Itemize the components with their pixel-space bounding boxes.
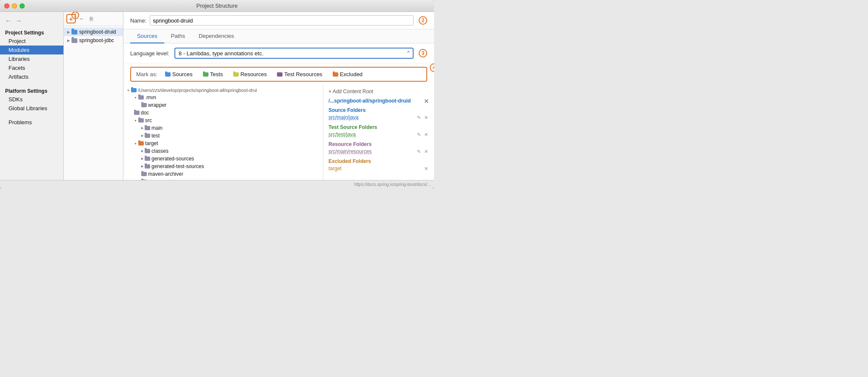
main-expand-icon[interactable]: ▶ bbox=[141, 126, 143, 130]
module-item-springboot-druid[interactable]: ▶ springboot-druid bbox=[64, 28, 123, 36]
test-folder-actions: ✎ ✕ bbox=[416, 132, 429, 137]
module-panel: + 1 − ⎘ ▶ springboot-druid ▶ bbox=[64, 12, 123, 180]
excluded-folder-row: target ✕ bbox=[328, 165, 429, 172]
source-folder-path[interactable]: src/main/java bbox=[328, 114, 359, 120]
content-root-path: /...springboot-all/springboot-druid ✕ bbox=[328, 98, 429, 104]
test-resources-folder-icon bbox=[277, 72, 283, 77]
name-label: Name: bbox=[130, 17, 146, 24]
test-folder-path[interactable]: src/test/java bbox=[328, 131, 356, 137]
add-btn-wrap: + 1 bbox=[66, 14, 76, 23]
classes-expand-icon[interactable]: ▶ bbox=[141, 149, 143, 153]
target-folder-icon bbox=[138, 141, 144, 146]
back-button[interactable]: ← bbox=[4, 17, 13, 25]
remove-excluded-folder-button[interactable]: ✕ bbox=[423, 166, 429, 171]
sidebar-item-facets[interactable]: Facets bbox=[0, 63, 63, 72]
mark-test-resources-button[interactable]: Test Resources bbox=[274, 70, 325, 78]
tree-item-maven-archiver[interactable]: maven-archiver bbox=[123, 170, 323, 178]
gen-test-src-expand-icon[interactable]: ▶ bbox=[141, 165, 143, 168]
badge-3: 3 bbox=[419, 49, 427, 57]
sidebar-item-global-libraries[interactable]: Global Libraries bbox=[0, 104, 63, 113]
sources-folder-icon bbox=[165, 72, 171, 77]
status-url: https://docs.spring.io/spring-boot/docs/… bbox=[354, 182, 431, 187]
sidebar-item-modules[interactable]: Modules bbox=[0, 46, 63, 54]
gen-src-expand-icon[interactable]: ▶ bbox=[141, 157, 143, 160]
mark-resources-button[interactable]: Resources bbox=[231, 70, 269, 78]
src-expand-icon[interactable]: ▼ bbox=[134, 119, 137, 122]
close-button[interactable] bbox=[4, 3, 9, 9]
remove-source-folder-button[interactable]: ✕ bbox=[423, 115, 429, 120]
tree-item-src[interactable]: ▼ src bbox=[123, 117, 323, 124]
mvn-folder-icon bbox=[138, 95, 144, 100]
remove-resource-folder-button[interactable]: ✕ bbox=[423, 149, 429, 154]
tab-sources[interactable]: Sources bbox=[130, 29, 164, 43]
edit-test-folder-button[interactable]: ✎ bbox=[416, 132, 422, 137]
resource-folder-row: src/main/resources ✎ ✕ bbox=[328, 148, 429, 155]
split-lower: ▼ /Users/zzs/develop/projects/springboot… bbox=[123, 85, 434, 180]
test-folders-title: Test Source Folders bbox=[328, 124, 429, 130]
file-tree-panel: ▼ /Users/zzs/develop/projects/springboot… bbox=[123, 85, 323, 180]
src-folder-icon bbox=[138, 118, 144, 123]
titlebar: Project Structure bbox=[0, 0, 434, 12]
mvn-expand-icon[interactable]: ▼ bbox=[134, 96, 137, 99]
tree-expand-icon[interactable]: ▼ bbox=[127, 89, 130, 92]
language-level-row: Language level: 8 - Lambdas, type annota… bbox=[123, 43, 434, 63]
language-level-select-wrap: 8 - Lambdas, type annotations etc. ⌃ bbox=[174, 48, 414, 59]
maven-archiver-folder-icon bbox=[141, 172, 147, 176]
sidebar-item-libraries[interactable]: Libraries bbox=[0, 54, 63, 63]
tab-paths[interactable]: Paths bbox=[164, 29, 192, 43]
tab-dependencies[interactable]: Dependencies bbox=[192, 29, 241, 43]
sidebar-item-problems[interactable]: Problems bbox=[0, 118, 63, 127]
sidebar-item-artifacts[interactable]: Artifacts bbox=[0, 72, 63, 81]
tree-item-classes[interactable]: ▶ classes bbox=[123, 147, 323, 155]
resource-folder-actions: ✎ ✕ bbox=[416, 149, 429, 154]
tree-item-main[interactable]: ▶ main bbox=[123, 124, 323, 132]
module-toolbar: + 1 − ⎘ bbox=[64, 12, 123, 26]
tabs-bar: Sources Paths Dependencies bbox=[123, 29, 434, 43]
excluded-folder-path[interactable]: target bbox=[328, 166, 342, 171]
add-content-root-button[interactable]: + Add Content Root bbox=[328, 89, 373, 94]
tree-root[interactable]: ▼ /Users/zzs/develop/projects/springboot… bbox=[123, 87, 323, 94]
platform-settings-heading: Platform Settings bbox=[0, 86, 63, 95]
tree-item-wrapper[interactable]: wrapper bbox=[123, 101, 323, 109]
tree-item-generated-test-sources[interactable]: ▶ generated-test-sources bbox=[123, 163, 323, 170]
module-item-springboot-jdbc[interactable]: ▶ springboot-jdbc bbox=[64, 36, 123, 45]
mark-as-section: Mark as: Sources Tests Resources bbox=[130, 67, 427, 82]
module-name-input[interactable] bbox=[150, 15, 414, 26]
tree-item-test[interactable]: ▶ test bbox=[123, 132, 323, 140]
language-level-select[interactable]: 8 - Lambdas, type annotations etc. bbox=[174, 48, 414, 59]
target-expand-icon[interactable]: ▼ bbox=[134, 142, 137, 145]
mark-excluded-button[interactable]: Excluded bbox=[330, 70, 365, 78]
root-folder-icon bbox=[131, 88, 137, 92]
source-folder-row: src/main/java ✎ ✕ bbox=[328, 114, 429, 121]
tree-item-mvn[interactable]: ▼ .mvn bbox=[123, 94, 323, 101]
sidebar-item-project[interactable]: Project bbox=[0, 37, 63, 46]
bottom-bar: https://docs.spring.io/spring-boot/docs/… bbox=[0, 180, 434, 188]
test-expand-icon[interactable]: ▶ bbox=[141, 134, 143, 137]
sidebar-item-sdks[interactable]: SDKs bbox=[0, 95, 63, 104]
resource-folder-path[interactable]: src/main/resources bbox=[328, 149, 371, 154]
copy-module-button[interactable]: ⎘ bbox=[87, 14, 96, 23]
test-folder-row: src/test/java ✎ ✕ bbox=[328, 131, 429, 138]
expand-icon-2: ▶ bbox=[67, 39, 70, 43]
tree-item-generated-sources[interactable]: ▶ generated-sources bbox=[123, 155, 323, 163]
project-settings-heading: Project Settings bbox=[0, 28, 63, 37]
project-structure-window: Project Structure ← → Project Settings P… bbox=[0, 0, 434, 188]
mark-tests-button[interactable]: Tests bbox=[200, 70, 226, 78]
tree-item-target[interactable]: ▼ target bbox=[123, 140, 323, 147]
edit-resource-folder-button[interactable]: ✎ bbox=[416, 149, 422, 154]
tree-item-doc[interactable]: doc bbox=[123, 109, 323, 117]
source-folder-actions: ✎ ✕ bbox=[416, 115, 429, 120]
edit-source-folder-button[interactable]: ✎ bbox=[416, 115, 422, 120]
gen-test-src-folder-icon bbox=[145, 164, 150, 169]
sidebar-spacer bbox=[0, 81, 63, 86]
minimize-button[interactable] bbox=[12, 3, 17, 9]
mark-as-label: Mark as: bbox=[136, 71, 157, 77]
remove-test-folder-button[interactable]: ✕ bbox=[423, 132, 429, 137]
maximize-button[interactable] bbox=[20, 3, 25, 9]
content-header: Name: 2 bbox=[123, 12, 434, 29]
expand-icon: ▶ bbox=[67, 30, 70, 34]
forward-button[interactable]: → bbox=[14, 17, 23, 25]
mark-sources-button[interactable]: Sources bbox=[163, 70, 195, 78]
test-folder-icon bbox=[145, 134, 150, 138]
close-path-button[interactable]: ✕ bbox=[424, 98, 429, 105]
